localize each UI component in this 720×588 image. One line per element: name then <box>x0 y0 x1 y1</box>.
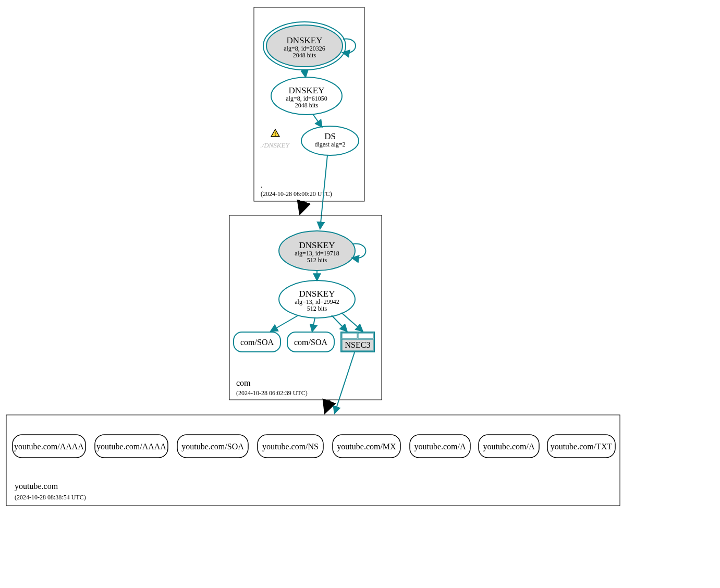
yt-a-1-label: youtube.com/A <box>414 442 466 451</box>
node-root-ds: DS digest alg=2 <box>301 126 359 155</box>
node-com-soa-2: com/SOA <box>287 332 334 352</box>
zone-com-timestamp: (2024-10-28 06:02:39 UTC) <box>236 389 308 397</box>
node-nsec3: NSEC3 <box>341 332 374 352</box>
edge-root-ksk-zsk <box>304 70 306 77</box>
yt-aaaa-2-label: youtube.com/AAAA <box>96 442 166 451</box>
zone-youtube-name: youtube.com <box>15 482 58 491</box>
node-yt-ns: youtube.com/NS <box>258 435 323 458</box>
node-root-zsk: DNSKEY alg=8, id=61050 2048 bits <box>271 77 342 115</box>
zone-root: . (2024-10-28 06:00:20 UTC) DNSKEY alg=8… <box>254 7 364 201</box>
svg-rect-13 <box>358 333 373 338</box>
root-zsk-line3: 2048 bits <box>295 102 319 109</box>
zone-root-name: . <box>261 180 263 189</box>
edge-com-zsk-soa1 <box>271 315 298 331</box>
com-soa-1-label: com/SOA <box>240 338 274 347</box>
com-zsk-line3: 512 bits <box>307 305 327 312</box>
com-soa-2-label: com/SOA <box>294 338 327 347</box>
edge-root-zsk-ds <box>313 114 322 127</box>
edge-com-zsk-nsec3-1 <box>332 315 347 331</box>
warning-icon: ! <box>271 129 279 137</box>
node-com-soa-1: com/SOA <box>234 332 280 352</box>
yt-mx-label: youtube.com/MX <box>337 442 396 451</box>
com-ksk-title: DNSKEY <box>299 240 335 250</box>
node-yt-txt: youtube.com/TXT <box>547 435 615 458</box>
zone-youtube-timestamp: (2024-10-28 08:38:54 UTC) <box>15 494 86 501</box>
svg-rect-15 <box>6 415 620 506</box>
dnssec-diagram: . (2024-10-28 06:00:20 UTC) DNSKEY alg=8… <box>0 0 720 588</box>
zone-com-name: com <box>236 378 251 387</box>
yt-ns-label: youtube.com/NS <box>262 442 319 451</box>
node-yt-aaaa-1: youtube.com/AAAA <box>13 435 86 458</box>
edge-nsec3-to-youtube <box>335 352 355 413</box>
root-zsk-line2: alg=8, id=61050 <box>286 95 327 102</box>
node-yt-mx: youtube.com/MX <box>333 435 400 458</box>
nsec3-label: NSEC3 <box>345 340 371 349</box>
node-yt-aaaa-2: youtube.com/AAAA <box>95 435 168 458</box>
com-zsk-title: DNSKEY <box>299 289 335 299</box>
edge-root-to-com-deleg <box>300 201 304 213</box>
zone-youtube: youtube.com (2024-10-28 08:38:54 UTC) yo… <box>6 415 620 506</box>
yt-txt-label: youtube.com/TXT <box>551 442 613 451</box>
com-ksk-line2: alg=13, id=19718 <box>295 250 339 257</box>
node-com-ksk: DNSKEY alg=13, id=19718 512 bits <box>279 231 355 271</box>
root-ksk-line3: 2048 bits <box>293 52 316 59</box>
node-root-ksk: DNSKEY alg=8, id=20326 2048 bits <box>263 22 346 70</box>
svg-text:!: ! <box>274 131 276 137</box>
com-zsk-line2: alg=13, id=29942 <box>295 298 339 305</box>
root-ds-title: DS <box>324 131 336 141</box>
yt-a-2-label: youtube.com/A <box>483 442 535 451</box>
root-missing-dnskey: ./DNSKEY <box>260 141 290 149</box>
root-ds-line2: digest alg=2 <box>314 141 345 148</box>
edge-com-zsk-soa2 <box>312 318 315 331</box>
zone-com: com (2024-10-28 06:02:39 UTC) DNSKEY alg… <box>229 215 382 400</box>
yt-soa-label: youtube.com/SOA <box>181 442 244 451</box>
yt-aaaa-1-label: youtube.com/AAAA <box>14 442 84 451</box>
zone-root-timestamp: (2024-10-28 06:00:20 UTC) <box>261 190 332 198</box>
root-zsk-title: DNSKEY <box>289 85 325 95</box>
com-ksk-line3: 512 bits <box>307 256 327 264</box>
svg-rect-12 <box>342 333 357 338</box>
root-ksk-title: DNSKEY <box>287 35 323 45</box>
node-yt-a-2: youtube.com/A <box>479 435 539 458</box>
root-ksk-line2: alg=8, id=20326 <box>284 45 325 52</box>
node-com-zsk: DNSKEY alg=13, id=29942 512 bits <box>279 280 355 318</box>
node-yt-a-1: youtube.com/A <box>410 435 470 458</box>
node-yt-soa: youtube.com/SOA <box>177 435 248 458</box>
edge-com-to-youtube-deleg <box>325 400 330 412</box>
